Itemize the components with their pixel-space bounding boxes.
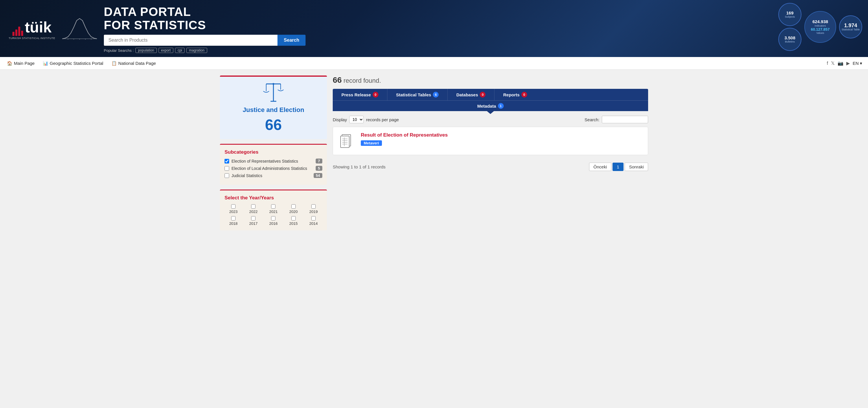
subcat-checkbox-2[interactable] (224, 173, 229, 178)
year-item-2: 2021 (265, 204, 282, 214)
result-title[interactable]: Result of Election of Representatives (361, 132, 447, 138)
subcat-checkbox-0[interactable] (224, 159, 229, 163)
year-item-7: 2016 (265, 216, 282, 226)
tab-press-release[interactable]: Press Release 0 (333, 89, 388, 100)
subcat-item-1: Election of Local Administrations Statis… (224, 166, 322, 171)
prev-button[interactable]: Önceki (589, 163, 611, 171)
records-per-page-select[interactable]: 10 25 50 (349, 116, 364, 123)
year-checkbox-2019[interactable] (311, 204, 316, 209)
tab-metadata[interactable]: Metadata 1 (477, 103, 503, 109)
indicators-circle: 624.938 Indicators 60.127.857 Values (804, 11, 836, 43)
year-item-1: 2022 (245, 204, 262, 214)
category-title: Justice and Election (226, 106, 321, 114)
year-item-8: 2015 (285, 216, 302, 226)
year-item-0: 2023 (224, 204, 242, 214)
category-count: 66 (226, 116, 321, 133)
table-search-controls: Search: (585, 116, 648, 123)
result-card-0: Result of Election of Representatives Me… (333, 127, 648, 155)
year-checkbox-2014[interactable] (311, 216, 316, 220)
subcat-count-0: 7 (316, 159, 322, 163)
year-checkbox-2023[interactable] (231, 204, 236, 209)
year-item-9: 2014 (305, 216, 322, 226)
year-item-3: 2020 (285, 204, 302, 214)
tab-reports[interactable]: Reports 0 (494, 89, 536, 100)
tab-bar: Press Release 0 Statistical Tables 6 Dat… (333, 89, 648, 100)
result-tag: Metaveri (361, 140, 382, 146)
logo-area: tüik TURKISH STATISTICAL INSTITUTE (9, 19, 55, 40)
content-area: 66 record found. Press Release 0 Statist… (333, 75, 648, 230)
subcat-count-1: 5 (316, 166, 322, 171)
tab-badge-statistical: 6 (433, 92, 439, 97)
tab-badge-databases: 0 (480, 92, 486, 97)
year-label-2019: 2019 (309, 210, 318, 214)
bulletins-circle: 3.508 Bulletins (778, 28, 802, 51)
svg-rect-13 (341, 136, 349, 148)
year-label-2022: 2022 (249, 210, 257, 214)
display-controls: Display 10 25 50 records per page (333, 116, 399, 123)
year-label-2021: 2021 (269, 210, 278, 214)
year-item-4: 2019 (305, 204, 322, 214)
search-button[interactable]: Search (277, 35, 306, 46)
stats-circles: 169 Subjects 3.508 Bulletins 624.938 Ind… (778, 3, 862, 51)
year-label-2014: 2014 (309, 221, 318, 226)
year-label-2017: 2017 (249, 221, 257, 226)
instagram-icon[interactable]: 📷 (838, 61, 843, 66)
year-item-6: 2017 (245, 216, 262, 226)
home-icon: 🏠 (7, 61, 12, 66)
portal-title: DATA PORTAL FOR STATISTICS (104, 5, 859, 32)
popular-searches: Popular Searchs : population export cpi … (104, 48, 859, 53)
category-card: Justice and Election 66 (220, 75, 327, 139)
subcategories-title: Subcategories (224, 149, 322, 155)
table-search-input[interactable] (602, 116, 648, 123)
metadata-arrow (487, 111, 494, 114)
year-checkbox-2017[interactable] (251, 216, 255, 220)
nav-geo-portal[interactable]: 📊 Geographic Statistics Portal (42, 61, 104, 66)
result-body: Result of Election of Representatives Me… (361, 132, 447, 146)
year-box: Select the Year/Years 2023 2022 2021 202… (220, 190, 327, 230)
year-checkbox-2022[interactable] (251, 204, 255, 209)
year-label-2018: 2018 (229, 221, 238, 226)
subcat-checkbox-1[interactable] (224, 166, 229, 171)
logo-bars-icon (12, 27, 23, 36)
showing-text: Showing 1 to 1 of 1 records (333, 164, 386, 169)
logo-text: tüik (25, 19, 52, 36)
navbar: 🏠 Main Page 📊 Geographic Statistics Port… (0, 57, 868, 70)
search-input[interactable] (104, 35, 277, 46)
youtube-icon[interactable]: ▶ (846, 61, 850, 66)
nav-right: f 𝕏 📷 ▶ EN ▾ (827, 61, 862, 66)
result-icon (339, 132, 356, 150)
nav-main-page[interactable]: 🏠 Main Page (6, 61, 36, 66)
twitter-icon[interactable]: 𝕏 (831, 61, 835, 66)
subcat-count-2: 54 (314, 173, 322, 178)
page-1-button[interactable]: 1 (613, 163, 623, 171)
year-title: Select the Year/Years (224, 195, 322, 201)
year-item-5: 2018 (224, 216, 242, 226)
records-found: 66 record found. (333, 75, 648, 85)
facebook-icon[interactable]: f (827, 61, 828, 66)
tab-statistical-tables[interactable]: Statistical Tables 6 (388, 89, 447, 100)
nav-national-data[interactable]: 📋 National Data Page (110, 61, 157, 66)
popular-tag-magration[interactable]: magration (186, 48, 207, 53)
year-checkbox-2020[interactable] (291, 204, 296, 209)
tab-badge-metadata: 1 (498, 103, 504, 109)
language-selector[interactable]: EN ▾ (852, 61, 862, 66)
year-checkbox-2015[interactable] (291, 216, 296, 220)
tab-databases[interactable]: Databases 0 (447, 89, 494, 100)
metadata-row: Metadata 1 (333, 100, 648, 111)
year-checkbox-2021[interactable] (271, 204, 275, 209)
year-label-2020: 2020 (289, 210, 298, 214)
next-button[interactable]: Sonraki (625, 163, 648, 171)
popular-tag-cpi[interactable]: cpi (175, 48, 185, 53)
year-checkbox-2016[interactable] (271, 216, 275, 220)
statistical-table-circle: 1.974 Statistical Table (839, 15, 862, 38)
tab-badge-reports: 0 (521, 92, 527, 97)
popular-tag-export[interactable]: export (159, 48, 173, 53)
header-title-area: DATA PORTAL FOR STATISTICS Search Popula… (104, 5, 859, 53)
bell-curve-graphic (62, 17, 97, 41)
subcat-label-1: Election of Local Administrations Statis… (231, 166, 307, 171)
pagination-row: Showing 1 to 1 of 1 records Önceki 1 Son… (333, 159, 648, 171)
subcat-label-0: Election of Representatives Statistics (231, 159, 298, 163)
header: tüik TURKISH STATISTICAL INSTITUTE DATA … (0, 0, 868, 57)
popular-tag-population[interactable]: population (135, 48, 157, 53)
year-checkbox-2018[interactable] (231, 216, 236, 220)
